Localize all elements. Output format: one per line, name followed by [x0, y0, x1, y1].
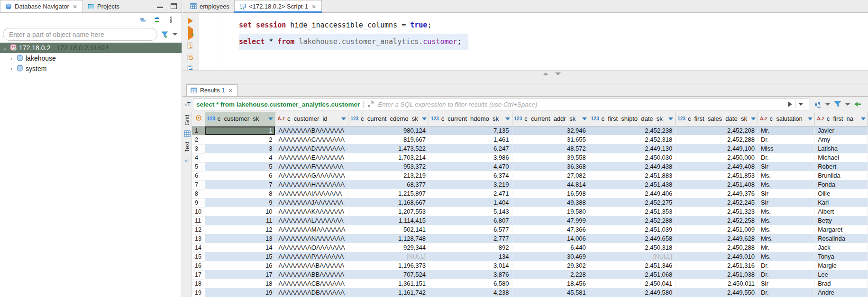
grid-cell[interactable]: 819,667 [348, 135, 429, 144]
tree-item-system[interactable]: ›system [0, 63, 182, 74]
splitter-grip[interactable] [543, 72, 561, 75]
column-header-c_first_na[interactable]: A-zc_first_na [815, 112, 868, 126]
tab-employees[interactable]: employees [185, 0, 234, 12]
row-number[interactable]: 5 [192, 162, 205, 171]
grid-cell[interactable]: 2,228 [512, 270, 589, 279]
grid-cell[interactable]: 2,449,438 [589, 162, 675, 171]
grid-cell[interactable]: 7,135 [429, 126, 512, 135]
grid-cell[interactable]: 5,143 [429, 207, 512, 216]
chevron-expanded-icon[interactable]: ⌄ [2, 45, 8, 51]
view-menu-icon[interactable] [167, 16, 175, 24]
grid-cell[interactable]: 2,777 [429, 234, 512, 243]
table-row[interactable]: 11AAAAAAAABAAAAAAA980,1247,13532,9462,45… [192, 126, 868, 135]
grid-cell[interactable]: Brunilda [815, 171, 868, 180]
presentation-tab-grid[interactable]: Grid [184, 115, 191, 126]
grid-cell[interactable]: 47,999 [512, 216, 589, 225]
tree-item-172-18-0-2[interactable]: ⌄172.18.0.2172.18.0.2:31604 [0, 43, 182, 53]
table-row[interactable]: 1313AAAAAAAANAAAAAAA1,128,7482,77714,006… [192, 234, 868, 243]
grid-cell[interactable]: 6,374 [429, 171, 512, 180]
grid-cell[interactable]: AAAAAAAAOAAAAAAA [275, 243, 348, 252]
grid-cell[interactable]: [NULL] [589, 252, 675, 261]
grid-cell[interactable]: AAAAAAAAFAAAAAAA [275, 162, 348, 171]
grid-cell[interactable]: 2,452,245 [676, 198, 758, 207]
grid-cell[interactable]: Betty [815, 216, 868, 225]
column-menu-arrow-icon[interactable] [861, 117, 866, 120]
grid-cell[interactable]: AAAAAAAANAAAAAAA [275, 234, 348, 243]
grid-cell[interactable]: 3,014 [429, 261, 512, 270]
grid-cell[interactable]: 1,207,553 [348, 207, 429, 216]
grid-cell[interactable]: 48,572 [512, 144, 589, 153]
maximize-results-icon[interactable] [555, 72, 561, 75]
grid-cell[interactable]: 16,598 [512, 189, 589, 198]
grid-cell[interactable]: 6,807 [429, 216, 512, 225]
table-row[interactable]: 33AAAAAAAADAAAAAAA1,473,5226,24748,5722,… [192, 144, 868, 153]
tab-results-1[interactable]: Results 1 × [186, 84, 238, 96]
column-menu-arrow-icon[interactable] [582, 117, 587, 120]
grid-cell[interactable]: 2,452,288 [589, 216, 675, 225]
grid-cell[interactable]: 2,451,883 [589, 171, 675, 180]
grid-cell[interactable]: Karl [815, 198, 868, 207]
grid-cell[interactable]: Ms. [758, 225, 814, 234]
grid-cell[interactable]: Michael [815, 153, 868, 162]
grid-cell[interactable]: 44,814 [512, 180, 589, 189]
grid-cell[interactable]: 6,577 [429, 225, 512, 234]
grid-cell[interactable]: 1,114,415 [348, 216, 429, 225]
grid-cell[interactable]: 2,451,068 [589, 270, 675, 279]
chevron-collapsed-icon[interactable]: › [9, 66, 14, 72]
grid-cell[interactable]: 1,461 [429, 135, 512, 144]
row-number[interactable]: 4 [192, 153, 205, 162]
grid-cell[interactable]: AAAAAAAAKAAAAAAA [275, 207, 348, 216]
column-menu-arrow-icon[interactable] [668, 117, 673, 120]
row-number[interactable]: 15 [192, 252, 205, 261]
grid-cell[interactable]: 1 [205, 126, 275, 135]
grid-cell[interactable]: 2,451,353 [589, 207, 675, 216]
grid-cell[interactable]: 31,655 [512, 135, 589, 144]
grid-cell[interactable]: AAAAAAAAHAAAAAAA [275, 180, 348, 189]
grid-cell[interactable]: 47,366 [512, 225, 589, 234]
grid-cell[interactable]: Latisha [815, 144, 868, 153]
tab-projects[interactable]: Projects [83, 0, 124, 12]
grid-cell[interactable]: Ms. [758, 207, 814, 216]
grid-cell[interactable]: 18,456 [512, 279, 589, 288]
grid-cell[interactable]: Ms. [758, 171, 814, 180]
grid-cell[interactable]: 2,451,038 [676, 270, 758, 279]
row-number[interactable]: 7 [192, 180, 205, 189]
grid-cell[interactable]: 1,703,214 [348, 153, 429, 162]
grid-cell[interactable]: Robert [815, 162, 868, 171]
filter-options-chevron-icon[interactable] [845, 103, 850, 106]
chevron-collapsed-icon[interactable]: › [9, 55, 14, 61]
grid-corner-cell[interactable] [192, 112, 205, 126]
grid-cell[interactable]: 213,219 [348, 171, 429, 180]
grid-cell[interactable]: 2,452,258 [676, 216, 758, 225]
grid-cell[interactable]: 2,451,346 [589, 261, 675, 270]
execute-script-icon[interactable] [187, 42, 193, 49]
grid-cell[interactable]: AAAAAAAAGAAAAAAA [275, 171, 348, 180]
grid-cell[interactable]: 2,450,318 [589, 243, 675, 252]
grid-cell[interactable]: 2,449,010 [676, 252, 758, 261]
column-menu-arrow-icon[interactable] [268, 117, 273, 120]
execute-statement-icon[interactable] [188, 18, 193, 24]
grid-cell[interactable]: 2,471 [429, 189, 512, 198]
table-row[interactable]: 22AAAAAAAACAAAAAAA819,6671,46131,6552,45… [192, 135, 868, 144]
table-row[interactable]: 1212AAAAAAAAMAAAAAAA502,1416,57747,3662,… [192, 225, 868, 234]
grid-cell[interactable]: 953,372 [348, 162, 429, 171]
previous-page-arrow-icon[interactable] [854, 100, 861, 108]
grid-cell[interactable]: AAAAAAAAJAAAAAAA [275, 198, 348, 207]
grid-cell[interactable]: 45,581 [512, 288, 589, 297]
grid-cell[interactable]: 15 [205, 252, 275, 261]
link-with-editor-icon[interactable] [153, 16, 161, 24]
row-number[interactable]: 9 [192, 198, 205, 207]
grid-cell[interactable]: 1,196,373 [348, 261, 429, 270]
grid-cell[interactable]: 2,449,100 [676, 144, 758, 153]
table-row[interactable]: 1111AAAAAAAALAAAAAAA1,114,4156,80747,999… [192, 216, 868, 225]
row-number[interactable]: 16 [192, 261, 205, 270]
grid-cell[interactable]: 29,302 [512, 261, 589, 270]
table-row[interactable]: 66AAAAAAAAGAAAAAAA213,2196,37427,0822,45… [192, 171, 868, 180]
sql-code-area[interactable]: set session hide_inaccessible_columns = … [199, 13, 868, 70]
sql-statement[interactable]: set session hide_inaccessible_columns = … [239, 17, 468, 34]
table-row[interactable]: 1818AAAAAAAACBAAAAAA1,361,1516,58018,456… [192, 279, 868, 288]
grid-cell[interactable]: Brad [815, 279, 868, 288]
grid-cell[interactable]: [NULL] [348, 252, 429, 261]
result-set-grid[interactable]: 123c_customer_skA-zc_customer_id123c_cur… [192, 112, 868, 297]
grid-cell[interactable]: Miss [758, 144, 814, 153]
